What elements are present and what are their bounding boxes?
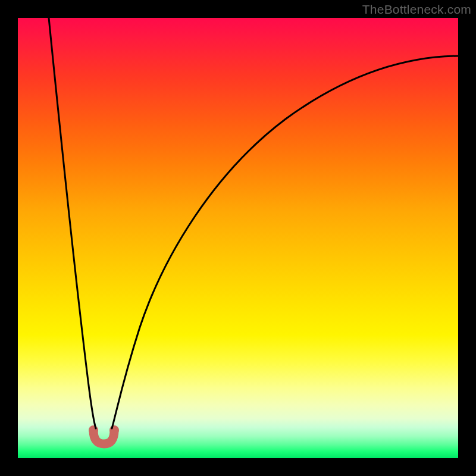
curve-right-branch xyxy=(112,56,458,428)
svg-point-0 xyxy=(89,425,98,435)
curve-layer xyxy=(18,18,458,458)
svg-point-1 xyxy=(109,425,119,435)
watermark-text: TheBottleneck.com xyxy=(362,2,471,17)
outer-frame: TheBottleneck.com xyxy=(0,0,476,476)
dip-marker xyxy=(89,425,119,444)
curve-left-branch xyxy=(49,18,96,428)
